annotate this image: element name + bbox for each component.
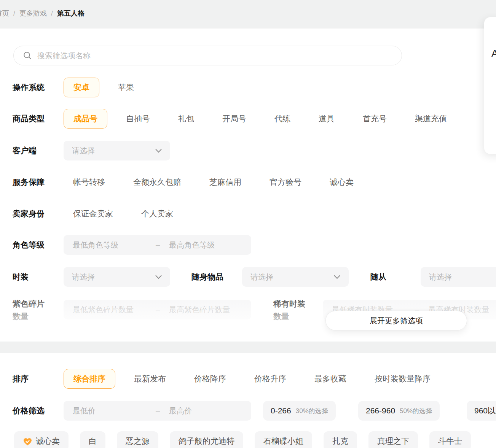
filter-row-client: 客户端 请选择 <box>13 141 496 160</box>
seller-option[interactable]: 个人卖家 <box>132 204 183 224</box>
search-placeholder: 搜索筛选项名称 <box>37 51 91 61</box>
service-option[interactable]: 诚心卖 <box>320 172 363 192</box>
service-options: 帐号转移 全额永久包赔 芝麻信用 官方验号 诚心卖 <box>64 172 363 192</box>
tag-chip[interactable]: 鸽子般的尤迪特 <box>170 431 243 448</box>
carry-item-select-wrap: 请选择 <box>242 267 349 287</box>
section-divider <box>0 342 496 353</box>
alphabet-index-letter[interactable]: A <box>491 48 496 59</box>
service-option[interactable]: 全额永久包赔 <box>124 172 191 192</box>
tag-label: 扎克 <box>332 436 348 446</box>
rare-fashion-label-line2: 数量 <box>273 310 315 322</box>
sort-option[interactable]: 价格升序 <box>245 369 296 389</box>
price-preset-chip[interactable]: 266-960 50%的选择 <box>358 401 440 421</box>
level-range-box: 最低角色等级 – 最高角色等级 <box>64 235 251 255</box>
min-price-input[interactable]: 最低价 <box>73 406 156 416</box>
filter-row-fashion: 时装 请选择 随身物品 请选择 随从 请选择 <box>13 267 496 287</box>
filter-label-product-type: 商品类型 <box>13 113 64 124</box>
filter-label-carry-item-wrap: 随身物品 <box>191 267 223 287</box>
min-level-input[interactable]: 最低角色等级 <box>73 240 156 250</box>
sort-option[interactable]: 价格降序 <box>185 369 236 389</box>
client-select[interactable]: 请选择 <box>64 141 170 160</box>
breadcrumb-separator: / <box>51 10 53 17</box>
min-purple-fragment-input[interactable]: 最低紫色碎片数量 <box>73 305 156 315</box>
tag-label: 恶之源 <box>126 436 150 446</box>
sort-option[interactable]: 最新发布 <box>124 369 175 389</box>
fashion-select-placeholder: 请选择 <box>72 272 95 282</box>
breadcrumb-current: 第五人格 <box>57 9 85 18</box>
service-option[interactable]: 芝麻信用 <box>200 172 251 192</box>
breadcrumb-home[interactable]: 首页 <box>0 9 9 18</box>
filter-row-level: 角色等级 最低角色等级 – 最高角色等级 <box>13 235 496 255</box>
chevron-down-icon <box>155 149 162 153</box>
price-filter-row: 价格筛选 最低价 – 最高价 0-266 30%的选择 266-960 50%的… <box>13 401 496 421</box>
price-preset-range: 960以上 <box>474 405 496 416</box>
price-filter-label: 价格筛选 <box>13 405 64 416</box>
price-preset-chip[interactable]: 0-266 30%的选择 <box>263 401 336 421</box>
seller-option[interactable]: 保证金卖家 <box>64 204 123 224</box>
carry-item-select-placeholder: 请选择 <box>250 272 273 282</box>
sort-row: 排序 综合排序 最新发布 价格降序 价格升序 最多收藏 按时装数量降序 <box>13 369 496 389</box>
sort-option[interactable]: 按时装数量降序 <box>365 369 440 389</box>
max-purple-fragment-input[interactable]: 最高紫色碎片数量 <box>169 305 230 315</box>
sort-option[interactable]: 最多收藏 <box>305 369 356 389</box>
range-dash: – <box>156 305 160 314</box>
tag-chip[interactable]: 真理之下 <box>368 431 418 448</box>
sort-label: 排序 <box>13 373 64 384</box>
price-preset-note: 30%的选择 <box>296 407 328 415</box>
breadcrumb-more-games[interactable]: 更多游戏 <box>19 9 47 18</box>
filter-label-purple-fragment: 紫色碎片 数量 <box>13 297 54 322</box>
filter-row-product-type: 商品类型 成品号 自抽号 礼包 开局号 代练 道具 首充号 渠道充值 <box>13 109 496 129</box>
breadcrumb: 首页 / 更多游戏 / 第五人格 <box>0 9 85 18</box>
product-type-option[interactable]: 首充号 <box>353 109 396 129</box>
filter-label-follower: 随从 <box>370 272 386 282</box>
filter-label-rare-fashion: 稀有时装 数量 <box>273 297 315 322</box>
product-type-option[interactable]: 礼包 <box>169 109 204 129</box>
product-type-option[interactable]: 自抽号 <box>116 109 159 129</box>
tag-chip[interactable]: 白 <box>80 431 105 448</box>
filter-row-service: 服务保障 帐号转移 全额永久包赔 芝麻信用 官方验号 诚心卖 <box>13 172 496 192</box>
fashion-select[interactable]: 请选择 <box>64 267 170 287</box>
expand-more-filters-button[interactable]: 展开更多筛选项 <box>325 311 467 330</box>
tag-label: 斗牛士 <box>438 436 462 446</box>
page: 首页 / 更多游戏 / 第五人格 搜索筛选项名称 操作系统 安卓 苹果 商品类型… <box>0 0 496 448</box>
price-preset-chip[interactable]: 960以上 <box>467 401 496 421</box>
price-preset-note: 50%的选择 <box>400 407 432 415</box>
price-preset-range: 0-266 <box>271 406 291 415</box>
max-price-input[interactable]: 最高价 <box>169 406 192 416</box>
chevron-down-icon <box>155 275 162 279</box>
sort-option-selected[interactable]: 综合排序 <box>64 369 115 389</box>
search-icon <box>23 51 32 60</box>
carry-item-select[interactable]: 请选择 <box>242 267 349 287</box>
product-type-option[interactable]: 道具 <box>309 109 344 129</box>
filter-label-service: 服务保障 <box>13 177 64 187</box>
filter-label-level: 角色等级 <box>13 240 64 250</box>
filter-label-fashion-wrap: 时装 <box>13 267 29 287</box>
product-type-option-selected[interactable]: 成品号 <box>64 109 107 129</box>
tag-chip-sincere-sell[interactable]: 诚心卖 <box>14 431 69 448</box>
product-type-option[interactable]: 渠道充值 <box>405 109 456 129</box>
service-option[interactable]: 帐号转移 <box>64 172 115 192</box>
breadcrumb-separator: / <box>13 10 15 17</box>
os-option-android[interactable]: 安卓 <box>64 78 99 97</box>
tag-chip[interactable]: 恶之源 <box>117 431 158 448</box>
product-type-option[interactable]: 代练 <box>265 109 300 129</box>
follower-select-placeholder: 请选择 <box>429 272 452 282</box>
price-range-box: 最低价 – 最高价 <box>64 401 251 421</box>
tag-chip[interactable]: 斗牛士 <box>429 431 471 448</box>
tag-chip[interactable]: 石榴碟小姐 <box>255 431 312 448</box>
fashion-select-wrap: 请选择 <box>64 267 170 287</box>
filter-row-os: 操作系统 安卓 苹果 <box>13 78 496 97</box>
purple-fragment-range-box: 最低紫色碎片数量 – 最高紫色碎片数量 <box>64 300 251 319</box>
service-option[interactable]: 官方验号 <box>260 172 311 192</box>
search-input[interactable]: 搜索筛选项名称 <box>13 46 402 65</box>
max-level-input[interactable]: 最高角色等级 <box>169 240 215 250</box>
os-option-apple[interactable]: 苹果 <box>108 78 144 97</box>
product-type-option[interactable]: 开局号 <box>213 109 256 129</box>
filter-label-carry-item: 随身物品 <box>191 272 223 282</box>
tag-label: 诚心卖 <box>36 436 60 446</box>
tag-chip[interactable]: 扎克 <box>324 431 357 448</box>
filter-label-follower-wrap: 随从 <box>370 267 386 287</box>
follower-select[interactable]: 请选择 <box>421 267 496 287</box>
range-dash: – <box>156 407 160 415</box>
alphabet-index-panel: A <box>484 17 496 154</box>
